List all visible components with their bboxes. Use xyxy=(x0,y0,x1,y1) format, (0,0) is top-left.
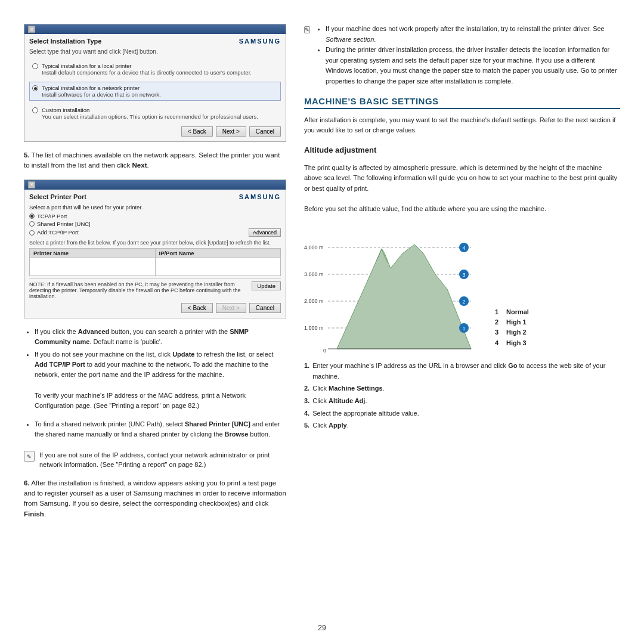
dialog1-buttons: < Back Next > Cancel xyxy=(29,126,281,137)
printer-port-dialog: ✕ Select Printer Port SAMSUNG Select a p… xyxy=(24,179,286,318)
install-option-local-label: Typical installation for a local printer xyxy=(42,63,252,69)
altitude-svg: 4,000 m 3,000 m 2,000 m 1,000 m 0 1 xyxy=(304,236,489,355)
radio-shared[interactable] xyxy=(29,221,35,227)
svg-text:1: 1 xyxy=(462,326,465,332)
svg-text:0: 0 xyxy=(323,348,326,354)
step-6: 6. After the installation is finished, a… xyxy=(24,478,286,519)
intro-text: After installation is complete, you may … xyxy=(304,115,620,136)
page-container: ✕ Select Installation Type SAMSUNG Selec… xyxy=(0,0,644,644)
top-bullet-list: If your machine does not work properly a… xyxy=(316,24,620,87)
install-option-network-desc: Install softwares for a device that is o… xyxy=(42,91,161,98)
install-option-local[interactable]: Typical installation for a local printer… xyxy=(29,60,281,79)
altitude-diagram: 4,000 m 3,000 m 2,000 m 1,000 m 0 1 xyxy=(304,224,620,355)
add-tcpip-label: Add TCP/IP Port xyxy=(37,229,79,236)
installation-type-dialog: ✕ Select Installation Type SAMSUNG Selec… xyxy=(24,24,286,142)
legend-item-3: 3 High 2 xyxy=(495,328,529,337)
legend-item-2: 2 High 1 xyxy=(495,318,529,327)
add-tcpip-row: Add TCP/IP Port Advanced xyxy=(29,228,281,237)
shared-printer-option[interactable]: Shared Printer [UNC] xyxy=(29,221,281,227)
dialog1-close[interactable]: ✕ xyxy=(28,26,35,33)
install-option-local-desc: Install default components for a device … xyxy=(42,69,252,76)
step-5: 5. The list of machines available on the… xyxy=(24,150,286,171)
page-number: 29 xyxy=(318,624,326,632)
firewall-note: Update NOTE: If a firewall has been enab… xyxy=(29,278,281,299)
left-column: ✕ Select Installation Type SAMSUNG Selec… xyxy=(24,24,286,626)
svg-text:2: 2 xyxy=(462,299,465,305)
alt-step-4: 4. Select the appropriate altitude value… xyxy=(304,408,620,419)
dialog2-title: Select Printer Port xyxy=(29,193,86,200)
printer-table: Printer Name IP/Port Name xyxy=(29,248,281,276)
section-heading: MACHINE'S BASIC SETTINGS xyxy=(304,96,620,109)
dialog2-close[interactable]: ✕ xyxy=(28,181,35,188)
bullet-2: If you do not see your machine on the li… xyxy=(35,349,286,380)
alt-para-1: The print quality is affected by atmosph… xyxy=(304,163,620,194)
dialog1-subtitle: Select type that you want and click [Nex… xyxy=(29,48,281,55)
advanced-button[interactable]: Advanced xyxy=(249,228,281,237)
ip-port-cell xyxy=(155,258,281,275)
dialog2-buttons: < Back Next > Cancel xyxy=(29,303,281,313)
dialog1-title: Select Installation Type xyxy=(29,38,101,45)
alt-step-2: 2. Click Machine Settings. xyxy=(304,383,620,394)
bullet-1: If you click the Advanced button, you ca… xyxy=(35,327,286,347)
radio-local[interactable] xyxy=(32,63,38,69)
dialog1-back-button[interactable]: < Back xyxy=(181,126,213,137)
right-column: ✎ If your machine does not work properly… xyxy=(304,24,620,626)
instruction-bullets: If you click the Advanced button, you ca… xyxy=(24,327,286,382)
install-option-network-label: Typical installation for a network print… xyxy=(42,85,161,91)
altitude-chart: 4,000 m 3,000 m 2,000 m 1,000 m 0 1 xyxy=(304,236,489,355)
svg-text:3,000 m: 3,000 m xyxy=(304,271,324,277)
alt-step-1: 1. Enter your machine's IP address as th… xyxy=(304,361,620,382)
top-bullet-1: If your machine does not work properly a… xyxy=(326,24,620,45)
dialog2-titlebar: ✕ xyxy=(24,180,286,190)
top-note-icon: ✎ xyxy=(304,26,310,33)
dialog2-next-button[interactable]: Next > xyxy=(216,303,246,313)
legend-item-4: 4 High 3 xyxy=(495,339,529,348)
port-options: TCP/IP Port Shared Printer [UNC] Add TCP… xyxy=(29,213,281,237)
install-option-custom-desc: You can select installation options. Thi… xyxy=(42,113,258,120)
bullet-3: To find a shared network printer (UNC Pa… xyxy=(35,419,286,439)
add-tcpip-option[interactable]: Add TCP/IP Port xyxy=(29,229,79,236)
printer-table-row xyxy=(30,258,281,275)
samsung-logo-2: SAMSUNG xyxy=(239,193,281,200)
altitude-steps: 1. Enter your machine's IP address as th… xyxy=(304,361,620,433)
radio-network[interactable] xyxy=(32,85,38,91)
note-text: If you are not sure of the IP address, c… xyxy=(39,450,286,470)
dialog2-subtitle: Select a port that will be used for your… xyxy=(29,204,281,210)
alt-para-2: Before you set the altitude value, find … xyxy=(304,204,620,215)
tcpip-port-option[interactable]: TCP/IP Port xyxy=(29,213,281,219)
svg-marker-9 xyxy=(337,244,471,349)
dialog2-cancel-button[interactable]: Cancel xyxy=(249,303,281,313)
radio-add-tcpip[interactable] xyxy=(29,230,35,236)
svg-text:4: 4 xyxy=(462,245,465,251)
altitude-legend: 1 Normal 2 High 1 3 High 2 4 High 3 xyxy=(495,236,529,355)
top-note-section: ✎ If your machine does not work properly… xyxy=(304,24,620,87)
svg-text:3: 3 xyxy=(462,272,465,278)
install-option-custom-label: Custom installation xyxy=(42,107,258,113)
top-bullet-2: During the printer driver installation p… xyxy=(326,45,620,86)
install-option-network[interactable]: Typical installation for a network print… xyxy=(29,82,281,101)
radio-custom[interactable] xyxy=(32,107,38,113)
tcpip-label: TCP/IP Port xyxy=(37,213,67,219)
subsection-heading: Altitude adjustment xyxy=(304,145,620,154)
note-icon: ✎ xyxy=(24,451,35,462)
shared-label: Shared Printer [UNC] xyxy=(37,221,91,227)
printer-name-cell xyxy=(30,258,156,275)
ip-port-header: IP/Port Name xyxy=(155,248,281,258)
dialog1-cancel-button[interactable]: Cancel xyxy=(249,126,281,137)
dialog1-titlebar: ✕ xyxy=(24,24,286,34)
svg-text:1,000 m: 1,000 m xyxy=(304,325,324,331)
alt-step-5: 5. Click Apply. xyxy=(304,420,620,431)
extra-text-network: To verify your machine's IP address or t… xyxy=(35,391,286,411)
samsung-logo-1: SAMSUNG xyxy=(239,38,281,45)
alt-step-3: 3. Click Altitude Adj. xyxy=(304,396,620,407)
note-row: ✎ If you are not sure of the IP address,… xyxy=(24,450,286,470)
install-option-custom[interactable]: Custom installation You can select insta… xyxy=(29,104,281,123)
dialog1-next-button[interactable]: Next > xyxy=(216,126,246,137)
printer-list-subtitle: Select a printer from the list below. If… xyxy=(29,240,281,246)
svg-text:4,000 m: 4,000 m xyxy=(304,244,324,250)
dialog2-back-button[interactable]: < Back xyxy=(181,303,213,313)
legend-item-1: 1 Normal xyxy=(495,308,529,317)
instruction-bullets-2: To find a shared network printer (UNC Pa… xyxy=(24,419,286,442)
radio-tcpip[interactable] xyxy=(29,213,35,219)
update-button[interactable]: Update xyxy=(252,281,281,290)
